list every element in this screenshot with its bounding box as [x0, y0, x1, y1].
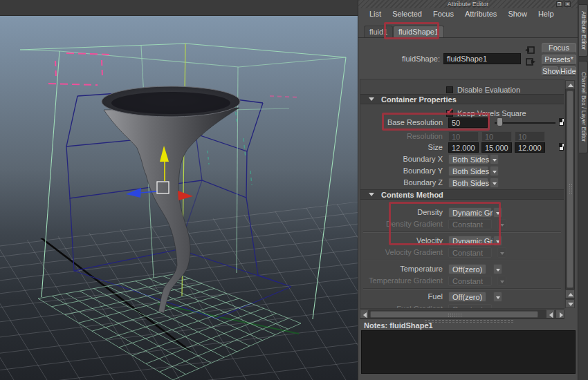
- tab-fluid1[interactable]: fluid1: [364, 26, 393, 37]
- show-button[interactable]: Show: [542, 66, 558, 76]
- menu-attributes[interactable]: Attributes: [459, 10, 502, 18]
- notes-textarea[interactable]: [361, 330, 576, 374]
- temperature-dropdown[interactable]: Off(zero): [448, 264, 486, 274]
- temperature-row: Temperature Off(zero): [360, 263, 564, 275]
- restore-window-icon[interactable]: ❐: [556, 1, 562, 7]
- boundary-y-label: Boundary Y: [360, 167, 443, 175]
- base-resolution-field[interactable]: 50: [448, 117, 488, 128]
- dropdown-arrow-icon[interactable]: [490, 166, 499, 176]
- size-x-field[interactable]: 12.000: [448, 142, 479, 153]
- attribute-editor-menubar: List Selected Focus Attributes Show Help: [358, 8, 578, 19]
- boundary-z-label: Boundary Z: [360, 178, 443, 187]
- fuel-gradient-dropdown: Constant: [448, 304, 492, 309]
- scene-3d[interactable]: [0, 0, 358, 380]
- velocity-dropdown[interactable]: Dynamic Grid: [448, 236, 492, 246]
- horizontal-scrollbar-thumb[interactable]: [370, 311, 538, 318]
- velocity-row: Velocity Dynamic Grid: [360, 235, 564, 247]
- tab-attribute-editor[interactable]: Attribute Editor: [579, 4, 588, 57]
- focus-button[interactable]: Focus: [542, 43, 576, 53]
- texture-map-icon[interactable]: [559, 143, 564, 151]
- scroll-up-icon[interactable]: [565, 289, 575, 298]
- notes-splitter-handle[interactable]: [425, 320, 513, 323]
- fuel-row: Fuel Off(zero): [360, 291, 564, 303]
- tornado-disc-inner: [111, 92, 230, 114]
- attribute-editor-titlebar[interactable]: Attribute Editor: [358, 0, 578, 8]
- disable-evaluation-checkbox[interactable]: [446, 86, 453, 93]
- density-gradient-label: Density Gradient: [360, 220, 443, 228]
- slider-thumb[interactable]: [497, 117, 503, 126]
- menu-selected[interactable]: Selected: [387, 10, 428, 18]
- boundary-z-row: Boundary Z Both Sides: [360, 177, 564, 189]
- attribute-scroll-area: Disable Evaluation Container Properties …: [360, 79, 564, 309]
- size-label: Size: [360, 143, 443, 151]
- density-dropdown[interactable]: Dynamic Grid: [448, 207, 492, 218]
- boundary-z-dropdown[interactable]: Both Sides: [448, 178, 488, 188]
- attribute-editor-panel: Attribute Editor ❐ ✕ List Selected Focus…: [358, 0, 578, 380]
- close-window-icon[interactable]: ✕: [564, 1, 571, 7]
- resolution-y-field: 10: [481, 131, 512, 142]
- scroll-down-icon[interactable]: [565, 299, 575, 308]
- dropdown-arrow-icon: [497, 276, 506, 286]
- density-gradient-row: Density Gradient Constant: [360, 218, 564, 230]
- velocity-gradient-dropdown: Constant: [448, 247, 492, 258]
- horizontal-scrollbar[interactable]: [360, 310, 564, 319]
- menu-help[interactable]: Help: [533, 10, 560, 18]
- boundary-y-dropdown[interactable]: Both Sides: [448, 166, 488, 176]
- scroll-left-icon[interactable]: [360, 310, 369, 319]
- viewport-panel[interactable]: [0, 0, 358, 380]
- vertical-scrollbar[interactable]: [565, 80, 575, 308]
- size-z-field[interactable]: 12.000: [515, 142, 545, 153]
- tab-channel-box-layer-editor[interactable]: Channel Box / Layer Editor: [579, 61, 588, 153]
- velocity-gradient-row: Velocity Gradient Constant: [360, 247, 564, 258]
- dropdown-arrow-icon: [497, 219, 506, 229]
- fluidshape-label: fluidShape:: [360, 55, 440, 63]
- dropdown-arrow-icon[interactable]: [493, 236, 502, 246]
- dock-tab-strip: Attribute Editor Channel Box / Layer Edi…: [578, 0, 588, 380]
- scroll-left-icon[interactable]: [546, 310, 555, 319]
- density-label: Density: [360, 208, 443, 216]
- keep-voxels-checkbox[interactable]: ✔: [446, 110, 453, 117]
- collapse-arrow-icon: [369, 193, 374, 196]
- pin-node-icon[interactable]: [524, 46, 535, 55]
- viewport-toolbar: [0, 0, 358, 16]
- temperature-gradient-dropdown: Constant: [448, 276, 492, 286]
- section-contents-method[interactable]: Contents Method: [360, 189, 564, 200]
- resolution-label: Resolution: [360, 132, 443, 140]
- dropdown-arrow-icon[interactable]: [490, 178, 499, 188]
- section-container-properties[interactable]: Container Properties: [360, 94, 564, 104]
- boundary-x-dropdown[interactable]: Both Sides: [448, 154, 488, 164]
- scroll-right-icon[interactable]: [555, 310, 564, 319]
- fuel-gradient-label: Fuel Gradient: [360, 305, 443, 309]
- hide-button[interactable]: Hide: [560, 66, 576, 76]
- menu-list[interactable]: List: [364, 10, 387, 18]
- presets-button[interactable]: Presets*: [542, 55, 576, 65]
- scroll-up-icon[interactable]: [565, 80, 575, 89]
- thumb-grip: [569, 184, 573, 195]
- separator: [363, 231, 561, 233]
- texture-map-icon[interactable]: [559, 118, 564, 126]
- temperature-gradient-row: Temperature Gradient Constant: [360, 275, 564, 287]
- dropdown-arrow-icon[interactable]: [490, 154, 499, 164]
- fuel-label: Fuel: [360, 292, 443, 301]
- menu-show[interactable]: Show: [502, 10, 533, 18]
- fuel-dropdown[interactable]: Off(zero): [448, 292, 486, 302]
- panel-title: Attribute Editor: [358, 1, 578, 8]
- base-resolution-row: Base Resolution 50: [360, 117, 564, 129]
- velocity-gradient-label: Velocity Gradient: [360, 248, 443, 256]
- dropdown-arrow-icon[interactable]: [493, 207, 502, 218]
- temperature-gradient-label: Temperature Gradient: [360, 276, 443, 285]
- fluidshape-name-field[interactable]: fluidShape1: [443, 53, 521, 64]
- resolution-z-field: 10: [515, 131, 545, 142]
- dropdown-arrow-icon[interactable]: [493, 292, 502, 302]
- vertical-scrollbar-thumb[interactable]: [567, 91, 573, 288]
- menu-focus[interactable]: Focus: [428, 10, 459, 18]
- dropdown-arrow-icon[interactable]: [493, 264, 502, 274]
- base-resolution-slider[interactable]: [495, 122, 555, 124]
- select-node-icon[interactable]: [526, 57, 536, 66]
- thumb-grip: [448, 313, 461, 317]
- size-y-field[interactable]: 15.000: [481, 142, 512, 153]
- collapse-arrow-icon: [369, 97, 374, 101]
- tab-fluidshape1[interactable]: fluidShape1: [393, 26, 444, 37]
- disable-evaluation-label: Disable Evaluation: [457, 86, 520, 94]
- size-row: Size 12.000 15.000 12.000: [360, 142, 564, 153]
